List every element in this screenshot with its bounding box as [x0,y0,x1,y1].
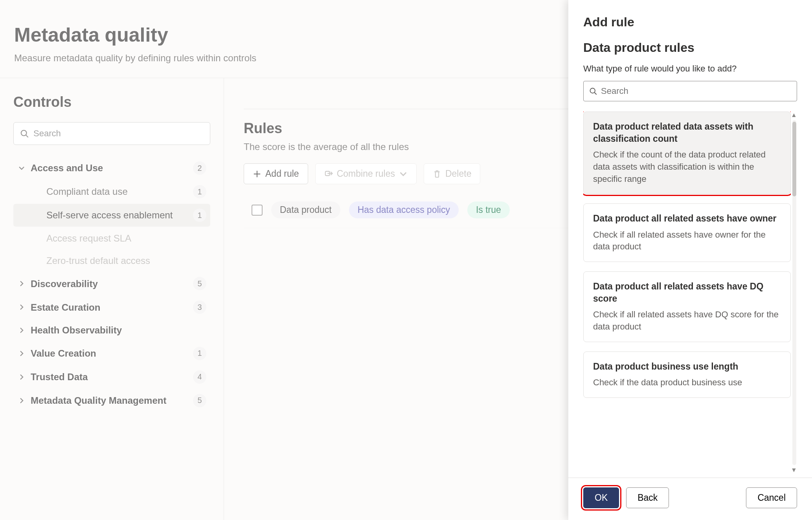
rule-type-title: Data product all related assets have DQ … [593,280,781,305]
panel-title: Add rule [583,15,797,29]
panel-search-input[interactable] [601,86,791,96]
rule-type-desc: Check if the data product business use [593,377,781,389]
search-icon [589,87,597,95]
rule-type-card[interactable]: Data product all related assets have DQ … [583,271,791,342]
rule-type-title: Data product related data assets with cl… [593,121,781,145]
rule-type-card[interactable]: Data product related data assets with cl… [583,112,791,194]
add-rule-panel: Add rule Data product rules What type of… [568,0,812,520]
scroll-thumb[interactable] [792,122,796,196]
rule-type-card[interactable]: Data product business use length Check i… [583,352,791,398]
panel-footer: OK Back Cancel [568,478,812,520]
scrollbar[interactable]: ▲ ▼ [791,112,798,474]
rule-type-title: Data product business use length [593,361,781,373]
rule-type-desc: Check if all related assets have DQ scor… [593,309,781,333]
panel-search[interactable] [583,81,797,101]
rule-type-card[interactable]: Data product all related assets have own… [583,203,791,262]
scroll-track[interactable] [792,120,796,465]
panel-subtitle: Data product rules [583,40,797,55]
panel-question: What type of rule would you like to add? [583,64,797,74]
svg-point-5 [590,88,595,93]
rule-type-desc: Check if the count of the data product r… [593,149,781,185]
rule-type-list: Data product related data assets with cl… [583,112,797,474]
rule-type-desc: Check if all related assets have owner f… [593,229,781,253]
scroll-down-icon[interactable]: ▼ [791,467,798,474]
cancel-button[interactable]: Cancel [746,487,797,508]
svg-line-6 [595,93,597,95]
back-button[interactable]: Back [626,487,669,508]
ok-button[interactable]: OK [583,487,619,508]
scroll-up-icon[interactable]: ▲ [791,112,798,119]
rule-type-title: Data product all related assets have own… [593,212,781,225]
